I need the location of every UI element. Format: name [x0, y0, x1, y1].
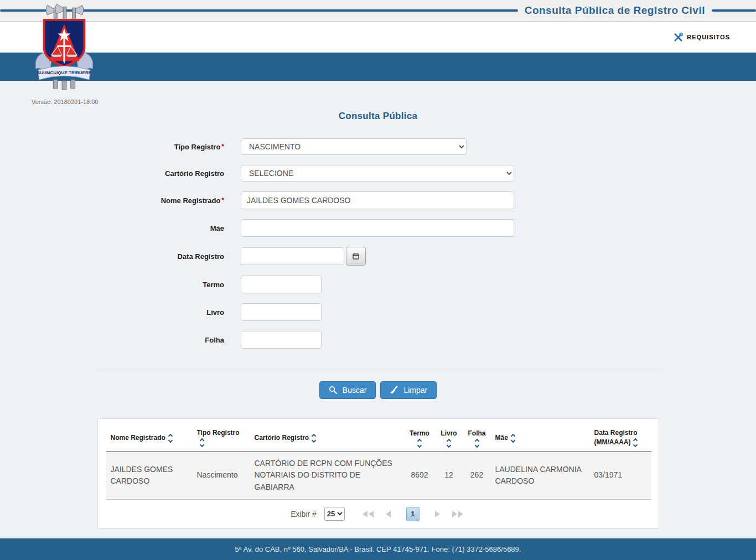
prev-page-button[interactable]: [384, 509, 393, 520]
form-row-termo: Termo: [96, 276, 660, 293]
first-page-button[interactable]: [360, 509, 376, 520]
cell-cartorio: CARTÓRIO DE RCPN COM FUNÇÕES NOTARIAIS D…: [250, 452, 405, 500]
col-data-registro: Data Registro (MM/AAAA): [590, 423, 651, 452]
requisitos-link[interactable]: REQUISITOS: [674, 33, 730, 42]
form-row-data-registro: Data Registro: [96, 247, 660, 266]
sort-icon[interactable]: [169, 434, 172, 442]
cell-folha: 262: [463, 452, 491, 500]
cartorio-registro-select[interactable]: SELECIONE: [241, 165, 514, 182]
data-registro-input[interactable]: [241, 247, 344, 265]
form-row-livro: Livro: [96, 303, 660, 321]
required-marker: *: [221, 196, 224, 204]
termo-label: Termo: [96, 281, 224, 289]
page-size-select[interactable]: 25: [324, 507, 345, 521]
table-header-row: Nome Registrado Tipo Registro Cartório R…: [106, 423, 651, 452]
data-registro-label: Data Registro: [96, 252, 224, 261]
form-row-folha: Folha: [96, 331, 660, 349]
cell-tipo: Nascimento: [193, 452, 250, 500]
search-form: Tipo Registro* NASCIMENTO Cartório Regis…: [96, 138, 660, 349]
last-page-button[interactable]: [450, 509, 465, 520]
nome-registrado-label: Nome Registrado*: [96, 196, 224, 205]
cell-data-registro: 03/1971: [590, 452, 651, 500]
buscar-button[interactable]: Buscar: [319, 381, 376, 399]
sort-icon[interactable]: [468, 439, 486, 447]
next-page-button[interactable]: [433, 509, 442, 520]
sort-icon[interactable]: [511, 434, 515, 442]
cell-nome: JAILDES GOMES CARDOSO: [106, 452, 193, 500]
cell-termo: 8692: [405, 452, 435, 500]
footer-bar: 5ª Av. do CAB, nº 560, Salvador/BA - Bra…: [0, 538, 756, 560]
form-row-tipo-registro: Tipo Registro* NASCIMENTO: [96, 138, 660, 155]
pagination: Exibir # 25 1: [106, 500, 650, 528]
page-title: Consulta Pública: [0, 111, 756, 122]
title-rule-right: [712, 9, 756, 12]
search-icon: [329, 386, 338, 395]
mae-input[interactable]: [241, 219, 514, 237]
cell-mae: LAUDELINA CARMONIA CARDOSO: [491, 452, 590, 500]
sort-icon[interactable]: [634, 439, 637, 447]
title-bar: Consulta Pública de Registro Civil: [0, 0, 756, 22]
required-marker: *: [221, 143, 224, 151]
sort-icon[interactable]: [409, 439, 431, 447]
calendar-icon: [353, 253, 359, 260]
folha-label: Folha: [96, 336, 224, 344]
toolbar: REQUISITOS: [0, 22, 756, 53]
requisitos-label: REQUISITOS: [687, 34, 730, 40]
cartorio-registro-label: Cartório Registro: [96, 169, 224, 178]
tjba-logo: SUUMCUIQUE TRIBUERE Versão: 20180201-18:…: [32, 2, 98, 105]
current-page-button[interactable]: 1: [406, 507, 420, 521]
col-mae: Mãe: [491, 423, 590, 452]
form-divider: [96, 371, 660, 371]
termo-input[interactable]: [241, 276, 322, 293]
cell-livro: 12: [435, 452, 463, 500]
nome-registrado-input[interactable]: [241, 191, 514, 209]
col-livro: Livro: [435, 423, 463, 452]
header-blue-band: [0, 53, 756, 81]
col-folha: Folha: [463, 423, 491, 452]
tipo-registro-label: Tipo Registro*: [96, 143, 224, 151]
form-row-mae: Mãe: [96, 219, 660, 237]
logo-motto: SUUMCUIQUE TRIBUERE: [37, 70, 92, 75]
form-row-nome-registrado: Nome Registrado*: [96, 191, 660, 209]
limpar-label: Limpar: [403, 386, 427, 395]
calendar-button[interactable]: [346, 247, 366, 266]
app-title: Consulta Pública de Registro Civil: [525, 4, 705, 17]
col-nome-registrado: Nome Registrado: [106, 423, 193, 452]
form-row-cartorio-registro: Cartório Registro SELECIONE: [96, 165, 660, 182]
footer-address: 5ª Av. do CAB, nº 560, Salvador/BA - Bra…: [235, 545, 521, 553]
col-termo: Termo: [405, 423, 435, 452]
tools-icon: [674, 33, 683, 42]
version-text: Versão: 20180201-18:00: [32, 98, 98, 105]
buscar-label: Buscar: [343, 386, 367, 395]
sort-icon[interactable]: [200, 439, 204, 447]
livro-label: Livro: [96, 308, 224, 317]
broom-icon: [390, 386, 398, 395]
mae-label: Mãe: [96, 224, 224, 232]
sort-icon[interactable]: [312, 434, 315, 442]
col-tipo-registro: Tipo Registro: [193, 423, 250, 452]
limpar-button[interactable]: Limpar: [380, 381, 437, 399]
col-cartorio-registro: Cartório Registro: [250, 423, 405, 452]
sort-icon[interactable]: [439, 439, 459, 447]
folha-input[interactable]: [241, 331, 322, 349]
tipo-registro-select[interactable]: NASCIMENTO: [241, 138, 467, 155]
table-row: JAILDES GOMES CARDOSO Nascimento CARTÓRI…: [106, 452, 651, 500]
results-table: Nome Registrado Tipo Registro Cartório R…: [106, 423, 651, 500]
exibir-label: Exibir #: [291, 510, 317, 518]
livro-input[interactable]: [241, 303, 322, 321]
coat-of-arms-icon: SUUMCUIQUE TRIBUERE: [32, 2, 97, 95]
results-panel: Nome Registrado Tipo Registro Cartório R…: [97, 418, 659, 528]
